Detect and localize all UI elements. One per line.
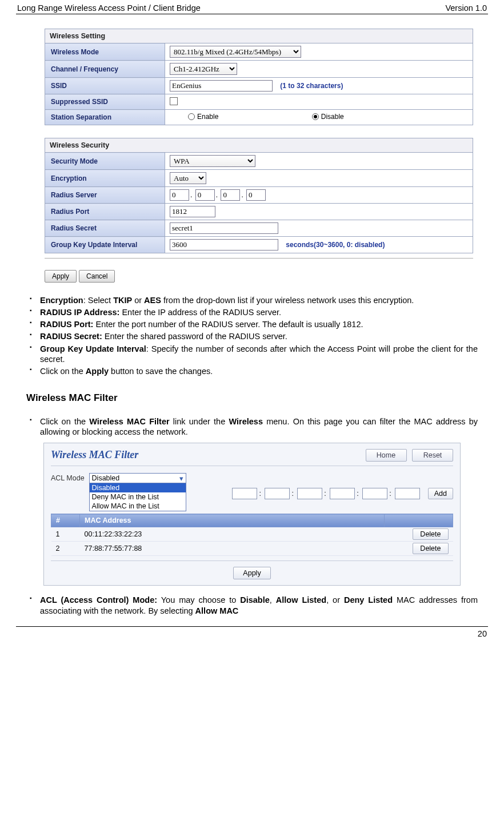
radius-ip-4[interactable] [246, 189, 266, 201]
separator [51, 560, 453, 561]
radius-ip-1[interactable] [170, 189, 189, 201]
wireless-security-title: Wireless Security [45, 138, 473, 153]
th-mac: MAC Address [80, 514, 385, 527]
reset-button[interactable]: Reset [412, 449, 453, 462]
row-radius-port: Radius Port [45, 204, 473, 220]
acl-option[interactable]: Deny MAC in the List [90, 492, 186, 502]
separator [51, 466, 453, 466]
mac-octet-6[interactable] [395, 488, 420, 499]
colon-icon: : [259, 490, 261, 498]
page-header: Long Range Wireless Access Point / Clien… [16, 0, 488, 14]
instr-group-key: Group Key Update Interval: Specify the n… [26, 344, 478, 364]
page-footer: 20 [16, 626, 488, 643]
wireless-setting-title: Wireless Setting [45, 29, 473, 43]
wireless-security-table: Wireless Security Security Mode WPA Encr… [45, 138, 473, 253]
home-button[interactable]: Home [366, 449, 407, 462]
acl-option[interactable]: Disabled [90, 483, 186, 492]
radius-ip-3[interactable] [221, 189, 240, 201]
ssid-hint: (1 to 32 characters) [280, 82, 343, 90]
label-station-separation: Station Separation [45, 110, 165, 125]
label-channel: Channel / Frequency [45, 61, 165, 78]
instr-apply: Click on the Apply button to save the ch… [26, 366, 478, 376]
row-radius-server: Radius Server . . . [45, 187, 473, 204]
station-sep-disable[interactable]: Disable [312, 113, 344, 121]
radius-secret-input[interactable] [170, 222, 278, 234]
delete-button[interactable]: Delete [413, 543, 448, 554]
instr-radius-secret: RADIUS Secret: Enter the shared password… [26, 331, 478, 341]
label-group-key-update: Group Key Update Interval [45, 237, 165, 253]
mac-octet-4[interactable] [330, 488, 355, 499]
row-suppressed-ssid: Suppressed SSID [45, 94, 473, 110]
mac-octet-1[interactable] [232, 488, 257, 499]
colon-icon: : [291, 490, 293, 498]
mac-octet-3[interactable] [297, 488, 322, 499]
mac-panel-title: Wireless MAC Filter [51, 449, 138, 461]
ssid-input[interactable] [170, 80, 273, 92]
acl-mode-select[interactable]: Disabled Disabled Deny MAC in the List A… [89, 473, 186, 511]
suppressed-ssid-checkbox[interactable] [170, 97, 178, 105]
acl-mode-description: ACL (Access Control) Mode: You may choos… [26, 595, 478, 616]
station-sep-enable[interactable]: Enable [188, 113, 218, 121]
header-left: Long Range Wireless Access Point / Clien… [17, 3, 201, 13]
row-encryption: Encryption Auto [45, 170, 473, 187]
acl-options-list: Disabled Deny MAC in the List Allow MAC … [89, 483, 186, 511]
delete-button[interactable]: Delete [413, 528, 448, 540]
acl-selected-value: Disabled [89, 473, 186, 483]
colon-icon: : [389, 490, 391, 498]
th-num: # [51, 514, 80, 527]
acl-option[interactable]: Allow MAC in the List [90, 502, 186, 511]
row-channel: Channel / Frequency Ch1-2.412GHz [45, 61, 473, 78]
group-key-input[interactable] [170, 239, 278, 251]
wireless-mode-select[interactable]: 802.11b/g Mixed (2.4GHz/54Mbps) [170, 46, 301, 58]
radio-icon [312, 113, 319, 120]
mac-intro: Click on the Wireless MAC Filter link un… [26, 416, 478, 437]
apply-button[interactable]: Apply [45, 270, 77, 283]
label-wireless-mode: Wireless Mode [45, 43, 165, 61]
label-security-mode: Security Mode [45, 153, 165, 170]
label-radius-secret: Radius Secret [45, 220, 165, 237]
instructions-list: Encryption: Select TKIP or AES from the … [26, 295, 478, 376]
cell-num: 2 [51, 542, 80, 556]
row-ssid: SSID (1 to 32 characters) [45, 78, 473, 94]
radio-icon [188, 113, 195, 120]
label-radius-server: Radius Server [45, 187, 165, 204]
dot-icon: . [190, 191, 192, 199]
mac-octet-5[interactable] [362, 488, 387, 499]
mac-filter-heading: Wireless MAC Filter [26, 392, 478, 404]
cell-mac: 00:11:22:33:22:23 [80, 527, 385, 542]
radio-label-enable: Enable [197, 113, 218, 121]
th-action [385, 514, 453, 527]
row-group-key-update: Group Key Update Interval seconds(30~360… [45, 237, 473, 253]
row-radius-secret: Radius Secret [45, 220, 473, 237]
label-suppressed-ssid: Suppressed SSID [45, 94, 165, 110]
instr-acl-mode: ACL (Access Control) Mode: You may choos… [26, 595, 478, 616]
page-number: 20 [478, 629, 487, 638]
channel-select[interactable]: Ch1-2.412GHz [170, 63, 237, 75]
encryption-select[interactable]: Auto [170, 172, 206, 184]
mac-apply-button[interactable]: Apply [233, 567, 270, 579]
wireless-setting-table: Wireless Setting Wireless Mode 802.11b/g… [45, 29, 473, 125]
mac-intro-list: Click on the Wireless MAC Filter link un… [26, 416, 478, 437]
radio-label-disable: Disable [321, 113, 344, 121]
cancel-button[interactable]: Cancel [79, 270, 115, 283]
wireless-setting-panel: Wireless Setting Wireless Mode 802.11b/g… [16, 29, 488, 283]
security-mode-select[interactable]: WPA [170, 155, 255, 167]
add-button[interactable]: Add [428, 488, 453, 499]
table-row: 1 00:11:22:33:22:23 Delete [51, 527, 453, 542]
header-right: Version 1.0 [445, 3, 487, 13]
acl-mode-label: ACL Mode [51, 473, 85, 482]
mac-octet-2[interactable] [265, 488, 290, 499]
radius-ip-2[interactable] [195, 189, 215, 201]
acl-mode-row: ACL Mode Disabled Disabled Deny MAC in t… [51, 473, 453, 511]
radius-port-input[interactable] [170, 206, 215, 217]
instr-radius-ip: RADIUS IP Address: Enter the IP address … [26, 307, 478, 317]
instr-radius-port: RADIUS Port: Enter the port number of th… [26, 319, 478, 329]
label-encryption: Encryption [45, 170, 165, 187]
label-ssid: SSID [45, 78, 165, 94]
cell-mac: 77:88:77:55:77:88 [80, 542, 385, 556]
row-station-separation: Station Separation Enable Disable [45, 110, 473, 125]
group-key-hint: seconds(30~3600, 0: disabled) [286, 241, 385, 249]
mac-address-table: # MAC Address 1 00:11:22:33:22:23 Delete… [51, 514, 453, 556]
row-security-mode: Security Mode WPA [45, 153, 473, 170]
cell-num: 1 [51, 527, 80, 542]
